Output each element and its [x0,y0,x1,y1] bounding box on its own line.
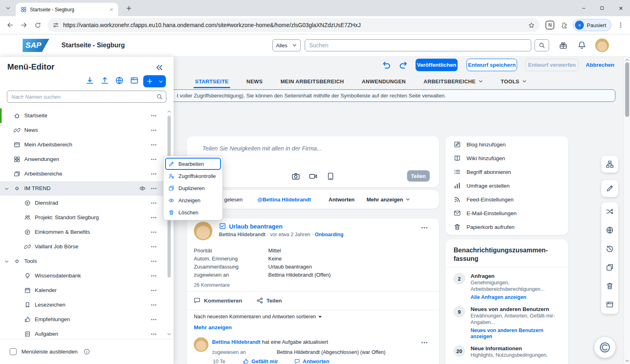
item-actions-icon[interactable] [151,156,157,163]
action-open-trash[interactable]: Papierkorb aufrufen [445,220,568,234]
tab-search-chevron-icon[interactable] [3,3,13,13]
scrollbar-thumb[interactable] [625,62,629,117]
reload-icon[interactable] [31,18,45,32]
menu-item-vaillant-job-boerse[interactable]: Vaillant Job Börse [0,239,167,254]
mention-link[interactable]: @Bettina Hildebrandt [257,190,311,209]
visibility-eye-icon[interactable] [139,185,146,192]
sort-comments-dropdown[interactable]: Nach neuesten Kommentaren und Antworten … [194,314,322,320]
item-actions-icon[interactable] [151,229,157,235]
global-search-input[interactable] [305,39,531,51]
page-structure-icon[interactable] [601,156,618,173]
item-actions-icon[interactable] [151,302,157,308]
post-overflow-icon[interactable] [421,224,428,231]
reply-button[interactable]: Antworten [329,190,354,209]
browser-tab[interactable]: Startseite - Siegburg [16,3,118,16]
scroll-down-icon[interactable] [625,358,630,363]
translate-icon[interactable] [115,76,124,85]
edit-page-icon[interactable] [601,180,618,197]
notification-link[interactable]: Alle Anfragen anzeigen [471,294,557,301]
menu-item-mein-arbeitsbereich[interactable]: Mein Arbeitsbereich [0,138,167,152]
item-actions-icon[interactable] [151,214,157,221]
search-button[interactable] [535,39,549,51]
publish-button[interactable]: Veröffentlichen [416,59,458,71]
post-title-link[interactable]: Urlaub beantragen [229,223,283,230]
discard-draft-button[interactable]: Entwurf verwerfen [525,59,579,71]
hide-menu-checkbox[interactable] [10,348,17,355]
menu-item-dienstrad[interactable]: Dienstrad [0,196,167,210]
expand-chevron-icon[interactable] [4,186,9,191]
menu-item-kalender[interactable]: Kalender [0,283,167,298]
context-menu-item-duplizieren[interactable]: Duplizieren [165,182,221,194]
menu-item-lesezeichen[interactable]: Lesezeichen [0,298,167,312]
rewards-icon[interactable] [559,41,568,50]
action-add-wiki[interactable]: Wiki hinzufügen [445,151,568,165]
comment-author-avatar[interactable] [194,337,208,352]
post-title-row[interactable]: Urlaub beantragen [219,222,344,230]
scroll-up-icon[interactable] [625,57,630,62]
expand-chevron-icon[interactable] [4,259,9,264]
bookmark-star-icon[interactable] [528,22,535,29]
address-bar[interactable]: https://vantaio.workzonehr.cfapps.eu10.h… [48,18,540,32]
notification-item-informationen[interactable]: 20 Neue Informationen Highlights, Nutzun… [445,345,568,359]
action-subscribe-term[interactable]: Begriff abonnieren [445,165,568,179]
assistant-button[interactable] [594,337,615,358]
undo-icon[interactable] [382,60,391,70]
item-actions-icon[interactable] [151,171,157,177]
item-actions-icon[interactable] [151,287,157,294]
action-feed-settings[interactable]: Feed-Einstellungen [445,193,568,206]
camera-icon[interactable] [291,172,300,181]
page-scrollbar[interactable] [624,57,630,364]
menu-search-input[interactable] [7,91,166,103]
item-actions-icon[interactable] [151,243,157,250]
search-scope-select[interactable]: Alles [272,39,301,51]
version-history-icon[interactable] [601,239,618,258]
menu-item-projekt-standort-siegburg[interactable]: Projekt: Standort Siegburg [0,210,167,225]
move-content-icon[interactable] [601,202,618,221]
comment-author-link[interactable]: Bettina Hildebrandt [212,339,261,345]
profile-paused-badge[interactable]: Pausiert [573,19,611,31]
delete-page-icon[interactable] [601,277,618,295]
extension-n-icon[interactable]: N [545,21,554,30]
context-menu-item-loeschen[interactable]: Löschen [165,206,221,218]
menu-item-startseite[interactable]: Startseite [0,108,167,123]
item-actions-icon[interactable] [151,331,157,337]
action-email-settings[interactable]: E-Mail-Einstellungen [445,206,568,220]
item-actions-icon[interactable] [151,200,157,206]
card-view-icon[interactable] [130,76,139,85]
scroll-down-icon[interactable] [167,332,172,336]
menu-item-wissensdatenbank[interactable]: Wissensdatenbank [0,269,167,283]
tab-mein-arbeitsbereich[interactable]: MEIN ARBEITSBEREICH [280,74,344,88]
comment-button[interactable]: Kommentieren [191,294,245,307]
comment-reply-button[interactable]: Antworten [294,358,329,364]
menu-item-tools[interactable]: Tools [0,254,167,269]
item-actions-icon[interactable] [151,185,157,192]
tab-news[interactable]: NEWS [246,74,263,88]
video-icon[interactable] [309,172,318,181]
context-menu-item-anzeigen[interactable]: Anzeigen [165,194,221,206]
tab-startseite[interactable]: STARTSEITE [195,74,229,88]
browser-menu-icon[interactable] [614,18,628,32]
item-actions-icon[interactable] [151,258,157,265]
scroll-up-icon[interactable] [167,109,172,114]
tab-tools[interactable]: TOOLS [501,74,527,88]
upload-icon[interactable] [100,76,109,85]
forward-icon[interactable] [17,18,31,32]
share-input[interactable]: Teilen Sie Neuigkeiten mit allen in der … [202,145,322,152]
copy-page-icon[interactable] [601,258,618,277]
collapse-panel-icon[interactable] [155,63,163,72]
item-actions-icon[interactable] [151,127,157,133]
post-author-name[interactable]: Bettina Hildebrandt [219,232,265,237]
new-tab-button[interactable] [124,3,134,13]
back-icon[interactable] [3,18,17,32]
menu-item-empfehlungen[interactable]: Empfehlungen [0,312,167,327]
item-actions-icon[interactable] [151,273,157,279]
share-submit-button[interactable]: Teilen [407,170,430,182]
post-author-avatar[interactable] [194,222,212,240]
notification-item-neues[interactable]: 9 Neues von anderen Benutzern Erwähnunge… [445,306,568,340]
clipboard-icon[interactable] [326,172,335,181]
user-avatar[interactable] [595,38,609,52]
notification-link[interactable]: Neues von anderen Benutzern anzeigen [471,328,557,340]
like-button[interactable]: Gefällt mir [243,358,278,364]
item-actions-icon[interactable] [151,316,157,323]
context-menu-item-zugriffskontrolle[interactable]: Zugriffskontrolle [165,170,221,182]
